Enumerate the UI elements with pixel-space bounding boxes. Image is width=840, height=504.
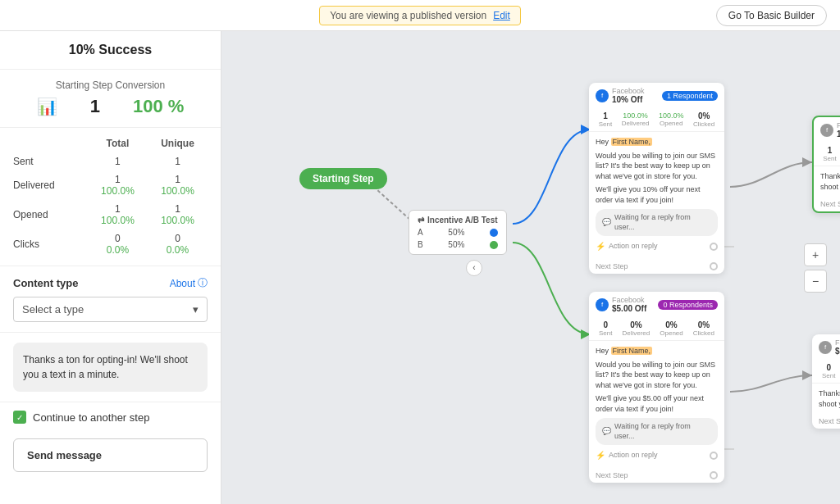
delivered-label: Delivered	[13, 170, 88, 200]
opened-total: 1100.0%	[88, 200, 148, 229]
next-step-bottomright: Next Step	[812, 414, 840, 429]
zoom-out-button[interactable]: −	[804, 270, 827, 293]
node-bottomright-header: f Facebook $5.00 Success	[812, 334, 840, 360]
stat-delivered-top: 100.0% Delivered	[622, 111, 650, 128]
node-bottom-body: Hey First Name, Would you be willing to …	[589, 341, 724, 468]
facebook-icon-bottomright: f	[819, 341, 832, 354]
conversion-section: Starting Step Conversion 📊 1 100 %	[0, 70, 221, 128]
sent-total: 1	[88, 152, 148, 170]
conversion-percent: 100 %	[133, 96, 184, 117]
nav-left-arrow[interactable]: ‹	[466, 260, 482, 276]
connector-dot-top	[710, 243, 718, 251]
ab-header: ⇄ Incentive A/B Test	[418, 216, 498, 225]
chart-icon: 📊	[37, 97, 57, 116]
go-basic-button[interactable]: Go To Basic Builder	[716, 5, 827, 26]
continue-checkbox[interactable]: ✓	[13, 411, 26, 424]
platform-topright: Facebook	[837, 121, 840, 129]
node-top-header: f Facebook 10% Off 1 Respondent	[589, 83, 724, 108]
node-top-card[interactable]: f Facebook 10% Off 1 Respondent 1 Sent 1…	[589, 83, 724, 274]
action-reply-top: ⚡ Action on reply	[596, 239, 718, 254]
table-row: Sent 1 1	[13, 152, 208, 170]
ab-icon: ⇄	[418, 216, 424, 225]
node-top-stats: 1 Sent 100.0% Delivered 100.0% Opened 0%…	[589, 108, 724, 132]
content-type-section: Content type About ⓘ Select a type ▾	[0, 266, 221, 333]
node-bottom-stats: 0 Sent 0% Delivered 0% Opened 0% Clicked	[589, 317, 724, 341]
delivered-total: 1100.0%	[88, 170, 148, 200]
clicks-unique: 00.0%	[148, 229, 208, 259]
next-step-dot-top	[710, 262, 718, 270]
node-topright-stats: 1 Sent 100.0% Delivered 100.0% Opened 0%…	[814, 143, 840, 166]
node-bottom-header: f Facebook $5.00 Off 0 Respondents	[589, 292, 724, 317]
starting-step-node[interactable]: Starting Step	[299, 168, 387, 189]
node-topright-body: Thanks a ton for opting-in! We'll shoot …	[814, 166, 840, 197]
continue-step: ✓ Continue to another step	[0, 402, 221, 432]
respondent-badge-bottom: 0 Respondents	[658, 300, 718, 310]
lightning-icon-bottom: ⚡	[596, 450, 605, 461]
starting-step-label: Starting Step	[313, 173, 374, 184]
info-icon: ⓘ	[198, 276, 208, 290]
facebook-icon-bottom: f	[596, 298, 609, 311]
waiting-bubble-top: 💬 Waiting for a reply from user...	[596, 209, 718, 236]
node-bottomright-stats: 0 Sent 0% Delivered 0% Opened 0% Clicked	[812, 360, 840, 384]
edit-link[interactable]: Edit	[493, 10, 510, 21]
continue-step-label: Continue to another step	[33, 411, 149, 424]
ab-test-node[interactable]: ⇄ Incentive A/B Test A 50% B 50%	[409, 210, 507, 255]
ab-row-a: A 50%	[418, 228, 498, 237]
conversion-row: 📊 1 100 %	[13, 96, 208, 117]
next-step-bottom: Next Step	[589, 468, 724, 483]
send-message-label: Send message	[27, 449, 102, 461]
node-topright-header: f Facebook 10% Success	[814, 117, 840, 143]
chat-icon-bottom: 💬	[602, 426, 611, 437]
platform-top: Facebook	[612, 87, 645, 95]
next-step-top: Next Step	[589, 259, 724, 274]
content-type-label: Content type	[13, 277, 78, 289]
table-row: Delivered 1100.0% 1100.0%	[13, 170, 208, 200]
stat-clicked-top: 0% Clicked	[693, 111, 714, 128]
first-name-bottom: First Name,	[611, 347, 653, 355]
about-link[interactable]: About ⓘ	[170, 276, 208, 290]
action-reply-bottom: ⚡ Action on reply	[596, 448, 718, 463]
col-unique: Unique	[148, 134, 208, 152]
flow-connections	[221, 31, 840, 504]
table-row: Clicks 00.0% 00.0%	[13, 229, 208, 259]
sidebar-title: 10% Success	[0, 31, 221, 70]
type-select-dropdown[interactable]: Select a type ▾	[13, 297, 208, 322]
campaign-top: 10% Off	[612, 95, 645, 104]
respondent-badge-top: 1 Respondent	[662, 91, 718, 101]
next-step-dot-bottom	[710, 471, 718, 479]
dot-a	[490, 229, 498, 237]
campaign-bottomright: $5.00 Success	[835, 347, 840, 356]
node-bottom-right-card[interactable]: f Facebook $5.00 Success 0 Sent 0% Deliv…	[812, 334, 840, 429]
zoom-in-button[interactable]: +	[804, 243, 827, 266]
stats-table: Total Unique Sent 1 1 Delivered 1100.0% …	[0, 128, 221, 266]
sent-unique: 1	[148, 152, 208, 170]
node-top-body: Hey First Name, Would you be willing to …	[589, 132, 724, 259]
canvas-area: Starting Step ⇄ Incentive A/B Test A 50%…	[221, 31, 840, 504]
col-total: Total	[88, 134, 148, 152]
campaign-bottom: $5.00 Off	[612, 304, 646, 313]
campaign-topright: 10% Success	[837, 129, 840, 138]
dot-b	[490, 241, 498, 249]
send-message-block[interactable]: Send message	[13, 438, 208, 472]
first-name-top: First Name,	[611, 138, 653, 146]
waiting-bubble-bottom: 💬 Waiting for a reply from user...	[596, 418, 718, 445]
content-type-header: Content type About ⓘ	[13, 276, 208, 290]
node-bottom-card[interactable]: f Facebook $5.00 Off 0 Respondents 0 Sen…	[589, 292, 724, 483]
opened-label: Opened	[13, 200, 88, 229]
node-top-right-card[interactable]: f Facebook 10% Success 1 Sent 100.0% Del…	[812, 116, 840, 213]
message-preview: Thanks a ton for opting-in! We'll shoot …	[13, 343, 208, 392]
clicks-total: 00.0%	[88, 229, 148, 259]
sidebar: 10% Success Starting Step Conversion 📊 1…	[0, 31, 221, 504]
facebook-icon-top: f	[596, 89, 609, 102]
opened-unique: 1100.0%	[148, 200, 208, 229]
facebook-icon-topright: f	[820, 124, 833, 137]
delivered-unique: 1100.0%	[148, 170, 208, 200]
published-notice: You are viewing a published version Edit	[319, 6, 521, 25]
published-notice-text: You are viewing a published version	[330, 10, 486, 21]
canvas-controls: + −	[804, 243, 827, 293]
conversion-number: 1	[90, 96, 100, 117]
connector-dot-bottom	[710, 452, 718, 460]
lightning-icon-top: ⚡	[596, 241, 605, 252]
conversion-label: Starting Step Conversion	[13, 79, 208, 91]
chevron-down-icon: ▾	[193, 303, 199, 316]
